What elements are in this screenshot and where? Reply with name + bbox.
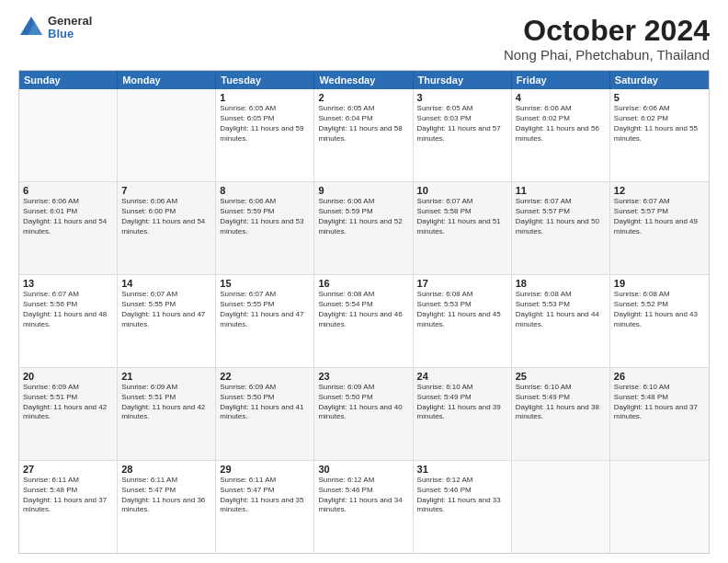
logo-blue-text: Blue	[48, 28, 92, 40]
day-number: 19	[614, 278, 705, 289]
cal-day-5: 5Sunrise: 6:06 AM Sunset: 6:02 PM Daylig…	[610, 89, 709, 181]
day-number: 3	[417, 92, 507, 103]
logo: General Blue	[18, 15, 92, 41]
calendar: SundayMondayTuesdayWednesdayThursdayFrid…	[18, 70, 710, 554]
day-number: 7	[121, 185, 211, 196]
cell-info: Sunrise: 6:09 AM Sunset: 5:50 PM Dayligh…	[220, 383, 310, 422]
cal-day-12: 12Sunrise: 6:07 AM Sunset: 5:57 PM Dayli…	[610, 182, 709, 274]
cal-empty	[118, 89, 216, 181]
cell-info: Sunrise: 6:12 AM Sunset: 5:46 PM Dayligh…	[417, 476, 507, 515]
cal-day-20: 20Sunrise: 6:09 AM Sunset: 5:51 PM Dayli…	[19, 368, 118, 460]
cell-info: Sunrise: 6:07 AM Sunset: 5:57 PM Dayligh…	[614, 197, 705, 236]
cell-info: Sunrise: 6:06 AM Sunset: 6:02 PM Dayligh…	[614, 104, 705, 144]
cal-day-24: 24Sunrise: 6:10 AM Sunset: 5:49 PM Dayli…	[414, 368, 512, 460]
cell-info: Sunrise: 6:05 AM Sunset: 6:05 PM Dayligh…	[220, 104, 310, 144]
cell-info: Sunrise: 6:08 AM Sunset: 5:53 PM Dayligh…	[516, 290, 606, 329]
cal-week-5: 27Sunrise: 6:11 AM Sunset: 5:48 PM Dayli…	[19, 461, 709, 553]
cal-day-15: 15Sunrise: 6:07 AM Sunset: 5:55 PM Dayli…	[216, 275, 314, 367]
day-number: 27	[23, 464, 113, 475]
cell-info: Sunrise: 6:07 AM Sunset: 5:55 PM Dayligh…	[220, 290, 310, 329]
cal-day-11: 11Sunrise: 6:07 AM Sunset: 5:57 PM Dayli…	[512, 182, 610, 274]
logo-text: General Blue	[48, 15, 92, 41]
day-number: 20	[23, 371, 113, 382]
cal-day-22: 22Sunrise: 6:09 AM Sunset: 5:50 PM Dayli…	[216, 368, 314, 460]
cal-day-13: 13Sunrise: 6:07 AM Sunset: 5:56 PM Dayli…	[19, 275, 118, 367]
cell-info: Sunrise: 6:06 AM Sunset: 6:01 PM Dayligh…	[23, 197, 113, 236]
cal-day-7: 7Sunrise: 6:06 AM Sunset: 6:00 PM Daylig…	[118, 182, 216, 274]
day-number: 8	[220, 185, 310, 196]
cell-info: Sunrise: 6:05 AM Sunset: 6:03 PM Dayligh…	[417, 104, 507, 144]
header: General Blue October 2024 Nong Phai, Phe…	[18, 15, 710, 63]
day-number: 24	[417, 371, 507, 382]
day-number: 25	[516, 371, 606, 382]
cal-day-19: 19Sunrise: 6:08 AM Sunset: 5:52 PM Dayli…	[610, 275, 709, 367]
cal-day-1: 1Sunrise: 6:05 AM Sunset: 6:05 PM Daylig…	[216, 89, 314, 181]
cal-day-6: 6Sunrise: 6:06 AM Sunset: 6:01 PM Daylig…	[19, 182, 118, 274]
cell-info: Sunrise: 6:11 AM Sunset: 5:48 PM Dayligh…	[23, 476, 113, 515]
day-number: 13	[23, 278, 113, 289]
cal-day-10: 10Sunrise: 6:07 AM Sunset: 5:58 PM Dayli…	[414, 182, 512, 274]
cell-info: Sunrise: 6:07 AM Sunset: 5:56 PM Dayligh…	[23, 290, 113, 329]
day-number: 22	[220, 371, 310, 382]
cell-info: Sunrise: 6:10 AM Sunset: 5:49 PM Dayligh…	[417, 383, 507, 422]
cal-empty	[610, 461, 709, 553]
day-number: 2	[318, 92, 408, 103]
cal-day-2: 2Sunrise: 6:05 AM Sunset: 6:04 PM Daylig…	[314, 89, 413, 181]
day-number: 9	[318, 185, 408, 196]
cell-info: Sunrise: 6:10 AM Sunset: 5:49 PM Dayligh…	[516, 383, 606, 422]
cell-info: Sunrise: 6:08 AM Sunset: 5:53 PM Dayligh…	[417, 290, 507, 329]
cal-day-27: 27Sunrise: 6:11 AM Sunset: 5:48 PM Dayli…	[19, 461, 118, 553]
day-number: 6	[23, 185, 113, 196]
cell-info: Sunrise: 6:10 AM Sunset: 5:48 PM Dayligh…	[614, 383, 705, 422]
cal-day-25: 25Sunrise: 6:10 AM Sunset: 5:49 PM Dayli…	[512, 368, 610, 460]
cal-week-1: 1Sunrise: 6:05 AM Sunset: 6:05 PM Daylig…	[19, 89, 709, 182]
cell-info: Sunrise: 6:07 AM Sunset: 5:55 PM Dayligh…	[121, 290, 211, 329]
cell-info: Sunrise: 6:12 AM Sunset: 5:46 PM Dayligh…	[318, 476, 408, 515]
cal-day-14: 14Sunrise: 6:07 AM Sunset: 5:55 PM Dayli…	[118, 275, 216, 367]
cal-day-30: 30Sunrise: 6:12 AM Sunset: 5:46 PM Dayli…	[314, 461, 413, 553]
cell-info: Sunrise: 6:08 AM Sunset: 5:52 PM Dayligh…	[614, 290, 705, 329]
location-title: Nong Phai, Phetchabun, Thailand	[504, 47, 710, 63]
cal-week-4: 20Sunrise: 6:09 AM Sunset: 5:51 PM Dayli…	[19, 368, 709, 461]
logo-icon	[18, 15, 44, 40]
header-day-wednesday: Wednesday	[314, 71, 413, 89]
title-area: October 2024 Nong Phai, Phetchabun, Thai…	[504, 15, 710, 63]
cal-empty	[19, 89, 118, 181]
day-number: 23	[318, 371, 408, 382]
cal-empty	[512, 461, 610, 553]
day-number: 18	[516, 278, 606, 289]
cal-day-8: 8Sunrise: 6:06 AM Sunset: 5:59 PM Daylig…	[216, 182, 314, 274]
cal-day-17: 17Sunrise: 6:08 AM Sunset: 5:53 PM Dayli…	[414, 275, 512, 367]
day-number: 28	[121, 464, 211, 475]
cal-day-18: 18Sunrise: 6:08 AM Sunset: 5:53 PM Dayli…	[512, 275, 610, 367]
page: General Blue October 2024 Nong Phai, Phe…	[0, 0, 728, 563]
day-number: 17	[417, 278, 507, 289]
cal-day-26: 26Sunrise: 6:10 AM Sunset: 5:48 PM Dayli…	[610, 368, 709, 460]
cell-info: Sunrise: 6:06 AM Sunset: 5:59 PM Dayligh…	[318, 197, 408, 236]
cal-day-28: 28Sunrise: 6:11 AM Sunset: 5:47 PM Dayli…	[118, 461, 216, 553]
cell-info: Sunrise: 6:09 AM Sunset: 5:51 PM Dayligh…	[121, 383, 211, 422]
cal-day-16: 16Sunrise: 6:08 AM Sunset: 5:54 PM Dayli…	[314, 275, 413, 367]
day-number: 30	[318, 464, 408, 475]
cell-info: Sunrise: 6:08 AM Sunset: 5:54 PM Dayligh…	[318, 290, 408, 329]
day-number: 12	[614, 185, 705, 196]
cal-day-29: 29Sunrise: 6:11 AM Sunset: 5:47 PM Dayli…	[216, 461, 314, 553]
cal-day-31: 31Sunrise: 6:12 AM Sunset: 5:46 PM Dayli…	[414, 461, 512, 553]
day-number: 11	[516, 185, 606, 196]
cell-info: Sunrise: 6:07 AM Sunset: 5:57 PM Dayligh…	[516, 197, 606, 236]
day-number: 14	[121, 278, 211, 289]
header-day-monday: Monday	[118, 71, 216, 89]
cell-info: Sunrise: 6:09 AM Sunset: 5:50 PM Dayligh…	[318, 383, 408, 422]
logo-general-text: General	[48, 15, 92, 28]
cal-day-3: 3Sunrise: 6:05 AM Sunset: 6:03 PM Daylig…	[414, 89, 512, 181]
header-day-tuesday: Tuesday	[216, 71, 314, 89]
calendar-header: SundayMondayTuesdayWednesdayThursdayFrid…	[19, 71, 709, 89]
calendar-body: 1Sunrise: 6:05 AM Sunset: 6:05 PM Daylig…	[19, 89, 709, 553]
cal-day-4: 4Sunrise: 6:06 AM Sunset: 6:02 PM Daylig…	[512, 89, 610, 181]
month-title: October 2024	[504, 15, 710, 47]
day-number: 10	[417, 185, 507, 196]
cell-info: Sunrise: 6:05 AM Sunset: 6:04 PM Dayligh…	[318, 104, 408, 144]
day-number: 16	[318, 278, 408, 289]
cell-info: Sunrise: 6:09 AM Sunset: 5:51 PM Dayligh…	[23, 383, 113, 422]
cell-info: Sunrise: 6:11 AM Sunset: 5:47 PM Dayligh…	[121, 476, 211, 515]
